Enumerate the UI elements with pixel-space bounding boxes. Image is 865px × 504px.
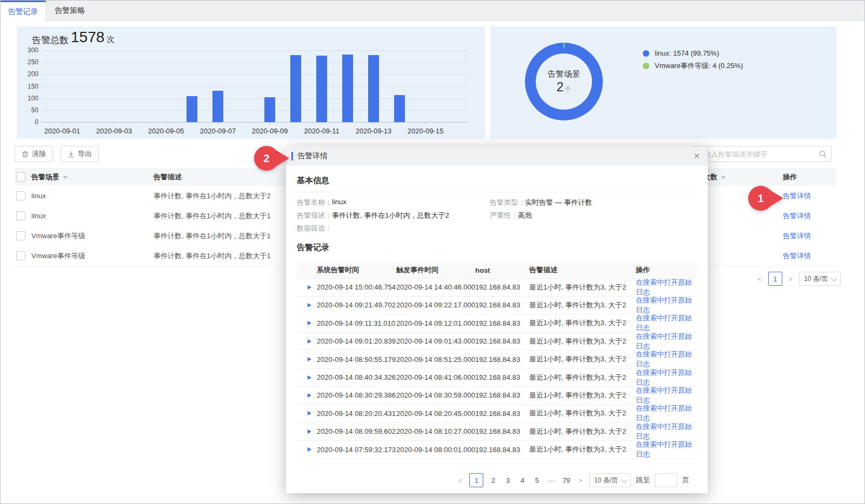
total-unit: 次: [107, 35, 115, 44]
search-input[interactable]: [693, 150, 819, 158]
bar-2020-09-10: [290, 55, 301, 122]
cell-action: 在搜索中打开原始日志: [636, 422, 697, 440]
prev-page-icon[interactable]: <: [456, 476, 465, 485]
page-size-select[interactable]: 10 条/页: [589, 473, 631, 487]
desc-header-label: 告警描述: [154, 172, 182, 182]
export-button[interactable]: 导出: [61, 146, 99, 162]
expand-arrow-icon[interactable]: [308, 375, 311, 380]
alert-type-value: 实时告警 — 事件计数: [525, 198, 592, 207]
record-row: 2020-09-14 08:30:29.3862020-09-14 08:30:…: [297, 386, 697, 405]
open-raw-log-link[interactable]: 在搜索中打开原始日志: [636, 295, 697, 315]
expand-arrow-icon[interactable]: [308, 429, 311, 434]
clear-button[interactable]: 清除: [15, 146, 53, 162]
col-desc: 告警描述: [529, 262, 557, 278]
page-1-button[interactable]: 1: [469, 473, 483, 487]
x-axis-tick: [218, 122, 218, 125]
expand-arrow-icon[interactable]: [308, 447, 311, 452]
page-4-button[interactable]: 4: [517, 476, 527, 485]
expand-cell: [308, 386, 311, 404]
next-page-icon[interactable]: >: [576, 476, 584, 485]
cell-sys-time: 2020-09-14 08:09:59.602: [317, 422, 396, 440]
jump-to-input[interactable]: [655, 473, 677, 487]
alert-detail-link[interactable]: 告警详情: [783, 251, 811, 261]
tab-bar: 告警记录 告警策略: [1, 1, 864, 21]
annotation-pin-1: 1: [747, 184, 784, 212]
expand-cell: [308, 351, 311, 368]
page-size-select[interactable]: 10 条/页: [799, 272, 841, 286]
record-row: 2020-09-14 07:59:32.1732020-09-14 08:00:…: [297, 441, 697, 459]
page-5-button[interactable]: 5: [532, 476, 542, 485]
field-alert-name: 告警名称： linux: [297, 198, 347, 207]
expand-arrow-icon[interactable]: [308, 303, 311, 307]
cell-desc: 最近1小时, 事件计数为3, 大于2: [529, 405, 626, 422]
expand-arrow-icon[interactable]: [308, 321, 311, 325]
severity-value: 高危: [518, 211, 532, 220]
expand-cell: [308, 368, 311, 386]
bar-2020-09-14: [394, 95, 405, 122]
sort-icon[interactable]: [63, 173, 68, 181]
row-checkbox[interactable]: [16, 231, 25, 240]
open-raw-log-link[interactable]: 在搜索中打开原始日志: [636, 368, 697, 387]
page-3-button[interactable]: 3: [503, 476, 513, 485]
alert-detail-link[interactable]: 告警详情: [783, 191, 811, 201]
expand-arrow-icon[interactable]: [308, 393, 311, 398]
open-raw-log-link[interactable]: 在搜索中打开原始日志: [636, 422, 697, 441]
alert-records-heading: 告警记录: [297, 243, 329, 253]
cell-desc: 事件计数, 事件在1小时内，总数大于1: [154, 206, 271, 226]
select-all-checkbox[interactable]: [16, 172, 25, 182]
jump-to-label: 跳至: [636, 475, 650, 485]
expand-cell: [308, 332, 311, 350]
tab-alert-records[interactable]: 告警记录: [1, 1, 46, 21]
row-checkbox[interactable]: [16, 211, 25, 220]
cell-host: 192.168.84.83: [475, 351, 520, 368]
cell-sys-time: 2020-09-14 09:11:31.010: [317, 314, 395, 332]
row-checkbox[interactable]: [16, 191, 25, 200]
cell-desc: 事件计数, 事件在1小时内，总数大于1: [154, 246, 271, 266]
open-raw-log-link[interactable]: 在搜索中打开原始日志: [636, 332, 697, 351]
scene-header-label: 告警场景: [31, 172, 59, 182]
alert-detail-link[interactable]: 告警详情: [783, 211, 811, 221]
field-severity: 严重性： 高危: [490, 211, 532, 220]
x-axis-tick: [270, 122, 270, 125]
page-2-button[interactable]: 2: [488, 476, 498, 485]
records-table-header: 系统告警时间 触发事件时间 host 告警描述 操作: [297, 262, 697, 279]
action-header-label: 操作: [783, 172, 797, 182]
expand-arrow-icon[interactable]: [308, 285, 311, 290]
open-raw-log-link[interactable]: 在搜索中打开原始日志: [636, 386, 697, 405]
trash-icon: [22, 151, 29, 158]
open-raw-log-link[interactable]: 在搜索中打开原始日志: [636, 313, 697, 333]
column-header-scene[interactable]: 告警场景: [31, 168, 68, 186]
col-trigger-time: 触发事件时间: [396, 262, 438, 278]
expand-arrow-icon[interactable]: [308, 339, 311, 344]
divider: [297, 192, 697, 192]
cell-host: 192.168.84.83: [475, 422, 520, 440]
page-79-button[interactable]: 79: [561, 476, 571, 485]
cell-desc: 最近1小时, 事件计数为3, 大于2: [529, 278, 626, 296]
open-raw-log-link[interactable]: 在搜索中打开原始日志: [636, 404, 697, 423]
row-checkbox[interactable]: [16, 251, 25, 260]
expand-arrow-icon[interactable]: [308, 357, 311, 361]
open-raw-log-link[interactable]: 在搜索中打开原始日志: [636, 440, 697, 459]
cell-trigger-time: 2020-09-14 09:22:17.000: [396, 296, 475, 314]
expand-arrow-icon[interactable]: [308, 411, 311, 415]
record-row: 2020-09-14 15:00:46.7542020-09-14 14:40:…: [297, 278, 697, 297]
column-header-action: 操作: [783, 168, 797, 186]
cell-action: 告警详情: [783, 226, 811, 246]
open-raw-log-link[interactable]: 在搜索中打开原始日志: [636, 350, 697, 369]
search-box: [692, 146, 831, 162]
cell-host: 192.168.84.83: [475, 405, 520, 422]
sort-icon[interactable]: [721, 173, 726, 181]
page-1-button[interactable]: 1: [768, 272, 782, 286]
records-pagination: < 12345···79 > 10 条/页 跳至 页: [456, 473, 689, 488]
cell-desc: 最近1小时, 事件计数为3, 大于2: [529, 351, 626, 368]
alert-detail-link[interactable]: 告警详情: [783, 231, 811, 241]
expand-cell: [308, 278, 311, 296]
prev-page-icon[interactable]: <: [755, 275, 764, 283]
close-icon[interactable]: ✕: [693, 151, 700, 161]
open-raw-log-link[interactable]: 在搜索中打开原始日志: [636, 278, 697, 297]
bar-chart-plot: [42, 50, 468, 123]
tab-alert-policies[interactable]: 告警策略: [46, 1, 94, 21]
expand-cell: [308, 422, 311, 440]
search-icon[interactable]: [819, 150, 827, 158]
next-page-icon[interactable]: >: [787, 275, 795, 283]
